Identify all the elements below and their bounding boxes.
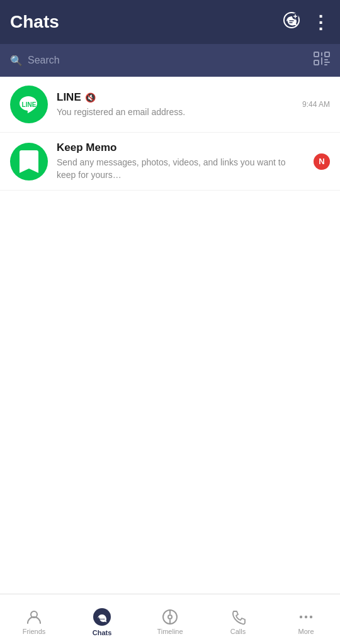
timeline-icon [162,609,178,625]
more-icon [298,609,314,625]
svg-point-19 [101,618,103,619]
svg-rect-7 [325,52,329,57]
header: Chats ⋮ [0,0,340,44]
nav-item-friends[interactable]: Friends [0,604,68,635]
svg-point-27 [310,615,312,618]
svg-point-20 [103,618,105,619]
search-icon: 🔍 [10,55,23,67]
chat-name-keep-memo: Keep Memo [57,142,116,154]
svg-point-26 [305,615,307,618]
nav-label-friends: Friends [23,628,46,635]
new-chat-icon[interactable] [283,11,300,33]
search-input[interactable] [28,55,307,66]
chat-name-line: LINE [57,91,81,104]
nav-label-more: More [298,628,314,635]
nav-label-timeline: Timeline [157,628,183,635]
chat-content-keep-memo: Keep Memo Send any messages, photos, vid… [57,142,305,181]
calls-icon [230,609,246,625]
chats-icon [93,608,111,626]
svg-rect-8 [314,60,319,65]
svg-text:LINE: LINE [22,101,37,108]
chat-meta-keep-memo: N [314,153,330,170]
chat-name-row-line: LINE 🔇 [57,91,293,104]
nav-item-chats[interactable]: Chats [68,602,136,636]
avatar-line: LINE [10,86,48,123]
search-wrapper[interactable]: 🔍 [10,55,307,67]
page-title: Chats [10,12,59,32]
svg-point-18 [99,618,101,619]
chat-preview-line: You registered an email address. [57,107,185,117]
nav-item-more[interactable]: More [272,604,340,635]
nav-item-calls[interactable]: Calls [204,604,272,635]
chat-content-line: LINE 🔇 You registered an email address. [57,91,293,118]
more-options-icon[interactable]: ⋮ [312,12,330,33]
chat-list: LINE LINE 🔇 You registered an email addr… [0,77,340,594]
nav-item-timeline[interactable]: Timeline [136,604,204,635]
chat-time-line: 9:44 AM [302,100,330,109]
avatar-keep-memo [10,143,48,180]
svg-point-25 [300,615,302,618]
chat-meta-line: 9:44 AM [302,100,330,109]
chat-item-line[interactable]: LINE LINE 🔇 You registered an email addr… [0,77,340,133]
friends-icon [26,609,42,625]
scan-icon[interactable] [314,52,330,69]
nav-label-calls: Calls [230,628,246,635]
svg-point-22 [168,615,172,619]
chat-name-row-keep-memo: Keep Memo [57,142,305,154]
nav-label-chats: Chats [93,629,112,636]
svg-rect-6 [314,52,319,57]
mute-icon: 🔇 [85,92,96,103]
chat-item-keep-memo[interactable]: Keep Memo Send any messages, photos, vid… [0,133,340,191]
bottom-nav: Friends Chats Timeline Calls [0,594,340,644]
header-actions: ⋮ [283,11,330,33]
chat-preview-keep-memo: Send any messages, photos, videos, and l… [57,157,305,181]
search-bar: 🔍 [0,44,340,77]
unread-badge: N [314,153,330,170]
